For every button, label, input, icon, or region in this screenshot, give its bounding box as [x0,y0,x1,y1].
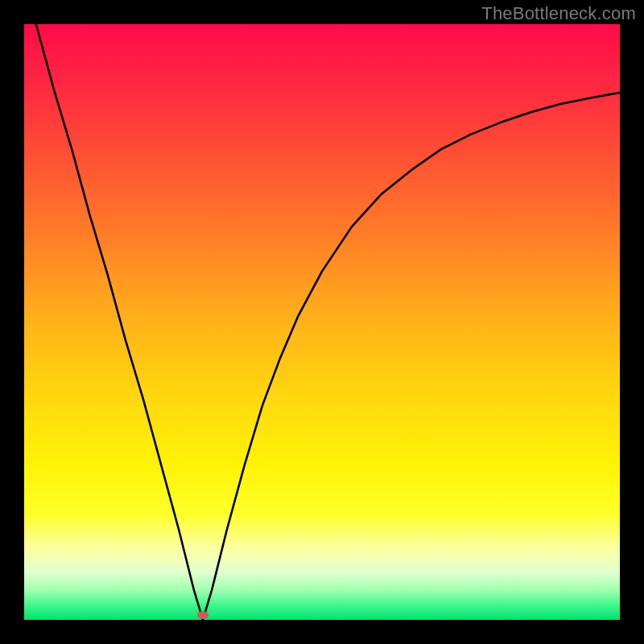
watermark-text: TheBottleneck.com [481,3,636,24]
chart-frame: TheBottleneck.com [0,0,644,644]
optimal-point-marker [197,611,208,619]
bottleneck-curve [24,24,620,620]
plot-area [24,24,620,620]
